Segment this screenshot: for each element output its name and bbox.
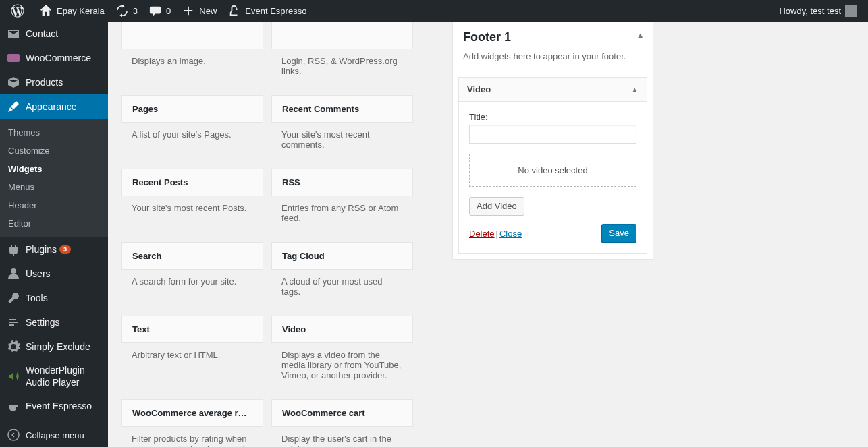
available-widgets: Displays an image. Login, RSS, & WordPre… xyxy=(121,22,413,447)
submenu-customize[interactable]: Customize xyxy=(0,142,108,160)
wordpress-icon xyxy=(11,4,24,18)
menu-woocommerce[interactable]: WooCommerce xyxy=(0,46,108,70)
widget-top[interactable]: Video xyxy=(271,316,413,343)
admin-sidebar: Contact WooCommerce Products Appearance … xyxy=(0,22,108,447)
widget-description: Entries from any RSS or Atom feed. xyxy=(271,196,413,235)
menu-tools[interactable]: Tools xyxy=(0,286,108,310)
updates-link[interactable]: 3 xyxy=(110,0,143,22)
footer-title: Footer 1 xyxy=(463,30,643,44)
widget-description: Displays a video from the media library … xyxy=(271,343,413,392)
collapse-icon xyxy=(7,428,20,442)
save-button[interactable]: Save xyxy=(601,224,636,243)
refresh-icon xyxy=(115,4,129,18)
appearance-submenu: Themes Customize Widgets Menus Header Ed… xyxy=(0,119,108,237)
available-widget: Recent CommentsYour site's most recent c… xyxy=(271,95,413,162)
chevron-up-icon[interactable]: ▲ xyxy=(636,30,645,40)
available-widget: SearchA search form for your site. xyxy=(121,242,263,309)
footer-widgets-container: Video ▲ Title: No video selected Add Vid… xyxy=(452,71,653,260)
available-widget: Recent PostsYour site's most recent Post… xyxy=(121,169,263,235)
widget-description: A cloud of your most used tags. xyxy=(271,270,413,309)
widget-top[interactable] xyxy=(271,22,413,49)
widget-top[interactable]: Search xyxy=(121,242,263,270)
chevron-up-icon: ▲ xyxy=(631,86,639,94)
svg-point-2 xyxy=(8,429,19,440)
available-widget: VideoDisplays a video from the media lib… xyxy=(271,316,413,392)
widget-description: Filter products by rating when viewing p… xyxy=(121,427,263,447)
mail-icon xyxy=(7,27,20,40)
widget-top[interactable]: RSS xyxy=(271,169,413,196)
widget-description: Login, RSS, & WordPress.org links. xyxy=(271,49,413,88)
menu-users[interactable]: Users xyxy=(0,262,108,286)
ee-link[interactable]: Event Espresso xyxy=(222,0,312,22)
menu-appearance[interactable]: Appearance xyxy=(0,94,108,119)
gear-icon xyxy=(7,340,20,353)
delete-link[interactable]: Delete xyxy=(469,229,495,239)
available-widget: WooCommerce average r…Filter products by… xyxy=(121,399,263,447)
widget-description: Display the user's cart in the sidebar. xyxy=(271,427,413,447)
submenu-widgets[interactable]: Widgets xyxy=(0,160,108,178)
menu-plugins[interactable]: Plugins3 xyxy=(0,237,108,262)
menu-settings[interactable]: Settings xyxy=(0,310,108,334)
menu-event-espresso[interactable]: Event Espresso xyxy=(0,394,108,418)
plug-icon xyxy=(7,243,20,256)
widget-top[interactable]: WooCommerce average r… xyxy=(121,399,263,427)
updates-count: 3 xyxy=(133,6,138,16)
submenu-themes[interactable]: Themes xyxy=(0,123,108,142)
widget-top[interactable]: Tag Cloud xyxy=(271,242,413,270)
widget-description: Your site's most recent Posts. xyxy=(121,196,263,225)
wrench-icon xyxy=(7,291,20,305)
available-widget: WooCommerce cartDisplay the user's cart … xyxy=(271,399,413,447)
audio-icon xyxy=(7,369,20,383)
brush-icon xyxy=(7,100,20,113)
ee-label: Event Espresso xyxy=(245,6,306,16)
close-link[interactable]: Close xyxy=(499,229,522,239)
video-widget-title: Video xyxy=(467,84,491,94)
collapse-menu[interactable]: Collapse menu xyxy=(0,423,108,447)
user-icon xyxy=(7,267,20,280)
howdy-link[interactable]: Howdy, test test xyxy=(774,0,863,22)
howdy-text: Howdy, test test xyxy=(779,6,841,16)
footer-1-header[interactable]: Footer 1 Add widgets here to appear in y… xyxy=(452,22,653,71)
footer-1-area: Footer 1 Add widgets here to appear in y… xyxy=(452,22,653,447)
submenu-menus[interactable]: Menus xyxy=(0,178,108,196)
home-icon xyxy=(39,4,53,18)
new-label: New xyxy=(199,6,217,16)
separator: | xyxy=(496,229,498,239)
widget-description: Your site's most recent comments. xyxy=(271,123,413,162)
video-widget-body: Title: No video selected Add Video Delet… xyxy=(458,102,647,254)
wp-logo[interactable] xyxy=(5,0,34,22)
menu-wonderplugin[interactable]: WonderPlugin Audio Player xyxy=(0,359,108,394)
video-title-input[interactable] xyxy=(469,125,636,144)
widget-top[interactable]: Recent Comments xyxy=(271,95,413,123)
no-video-placeholder: No video selected xyxy=(469,154,636,187)
comments-count: 0 xyxy=(166,6,171,16)
widget-description: A search form for your site. xyxy=(121,270,263,299)
widget-links: Delete|Close xyxy=(469,229,522,239)
box-icon xyxy=(7,76,20,89)
available-widget: Tag CloudA cloud of your most used tags. xyxy=(271,242,413,309)
sliders-icon xyxy=(7,316,20,329)
submenu-header[interactable]: Header xyxy=(0,196,108,214)
menu-contact[interactable]: Contact xyxy=(0,22,108,46)
video-widget-header[interactable]: Video ▲ xyxy=(458,77,647,102)
widget-top[interactable]: Recent Posts xyxy=(121,169,263,196)
site-name-link[interactable]: Epay Kerala xyxy=(34,0,110,22)
widget-top[interactable]: Text xyxy=(121,316,263,343)
add-video-button[interactable]: Add Video xyxy=(469,197,524,216)
content-area: Displays an image. Login, RSS, & WordPre… xyxy=(108,22,868,447)
menu-simply-exclude[interactable]: Simply Exclude xyxy=(0,334,108,359)
new-link[interactable]: New xyxy=(176,0,222,22)
espresso-icon xyxy=(7,399,20,413)
widget-top[interactable]: Pages xyxy=(121,95,263,123)
svg-point-1 xyxy=(11,268,16,274)
available-widget: TextArbitrary text or HTML. xyxy=(121,316,263,392)
submenu-editor[interactable]: Editor xyxy=(0,214,108,233)
ee-icon xyxy=(227,4,241,18)
comments-link[interactable]: 0 xyxy=(143,0,176,22)
widget-top[interactable] xyxy=(121,22,263,49)
available-widget: RSSEntries from any RSS or Atom feed. xyxy=(271,169,413,235)
widget-top[interactable]: WooCommerce cart xyxy=(271,399,413,427)
avatar-icon xyxy=(845,5,857,17)
video-title-label: Title: xyxy=(469,112,636,122)
menu-products[interactable]: Products xyxy=(0,70,108,94)
